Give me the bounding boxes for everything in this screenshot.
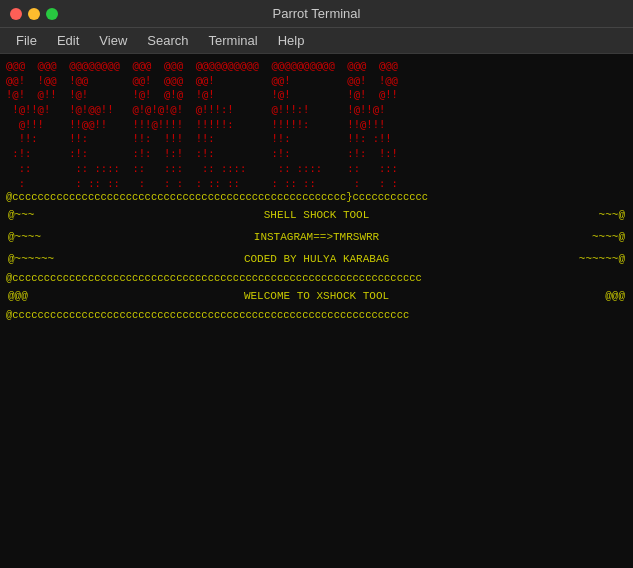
menu-terminal[interactable]: Terminal xyxy=(201,31,266,50)
line3-right: ~~~~~~@ xyxy=(579,252,625,268)
line1-right: ~~~@ xyxy=(599,208,625,224)
separator-1: @ccccccccccccccccccccccccccccccccccccccc… xyxy=(6,190,627,205)
separator-3: @ccccccccccccccccccccccccccccccccccccccc… xyxy=(6,308,627,323)
terminal-content: @@@ @@@ @@@@@@@@ @@@ @@@ @@@@@@@@@@ @@@@… xyxy=(0,54,633,568)
window-title: Parrot Terminal xyxy=(273,6,361,21)
menu-search[interactable]: Search xyxy=(139,31,196,50)
menu-help[interactable]: Help xyxy=(270,31,313,50)
line4-left: @@@ xyxy=(8,289,28,305)
ascii-art-display: @@@ @@@ @@@@@@@@ @@@ @@@ @@@@@@@@@@ @@@@… xyxy=(6,58,627,190)
minimize-button[interactable] xyxy=(28,8,40,20)
separator-2: @ccccccccccccccccccccccccccccccccccccccc… xyxy=(6,271,627,286)
line2-center: INSTAGRAM==>TMRSWRR xyxy=(41,230,592,246)
line1-center: SHELL SHOCK TOOL xyxy=(34,208,598,224)
line4-center: WELCOME TO XSHOCK TOOL xyxy=(28,289,605,305)
menu-view[interactable]: View xyxy=(91,31,135,50)
line4-right: @@@ xyxy=(605,289,625,305)
menu-edit[interactable]: Edit xyxy=(49,31,87,50)
line1-left: @~~~ xyxy=(8,208,34,224)
window-controls xyxy=(10,8,58,20)
info-row-1: @~~~ SHELL SHOCK TOOL ~~~@ xyxy=(6,205,627,227)
info-row-4: @@@ WELCOME TO XSHOCK TOOL @@@ xyxy=(6,286,627,308)
line2-right: ~~~~@ xyxy=(592,230,625,246)
line3-left: @~~~~~~ xyxy=(8,252,54,268)
info-row-2: @~~~~ INSTAGRAM==>TMRSWRR ~~~~@ xyxy=(6,227,627,249)
close-button[interactable] xyxy=(10,8,22,20)
maximize-button[interactable] xyxy=(46,8,58,20)
menu-bar: File Edit View Search Terminal Help xyxy=(0,28,633,54)
menu-file[interactable]: File xyxy=(8,31,45,50)
info-row-3: @~~~~~~ CODED BY HULYA KARABAG ~~~~~~@ xyxy=(6,249,627,271)
line2-left: @~~~~ xyxy=(8,230,41,246)
line3-center: CODED BY HULYA KARABAG xyxy=(54,252,579,268)
title-bar: Parrot Terminal xyxy=(0,0,633,28)
